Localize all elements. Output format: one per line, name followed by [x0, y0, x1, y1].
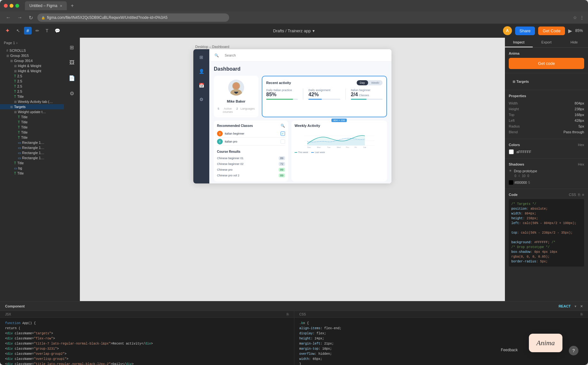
css-copy-icon[interactable]: ⎘ — [581, 312, 583, 316]
figma-breadcrumb: Drafts / Trainerz app ▾ — [273, 28, 315, 33]
get-code-topbar-button[interactable]: Get Code — [538, 27, 565, 35]
languages-label: Languages — [240, 107, 255, 113]
bar-fill — [266, 99, 293, 100]
layer-rect-2[interactable]: ▭ Rectangle 1… — [0, 145, 64, 150]
copy-code-icon[interactable]: ⎘ — [578, 193, 580, 197]
url-text: figma.com/file/IN45X2Qc5DB9CuBLReqwxW/Un… — [47, 15, 167, 20]
layer-label: Title — [17, 171, 24, 175]
browser-tab[interactable]: Untitled – Figma ✕ — [25, 1, 67, 10]
layer-title-2[interactable]: T Title — [0, 114, 64, 120]
layer-t25-2[interactable]: T 2.5 — [0, 79, 64, 84]
jsx-copy-icon[interactable]: ⎘ — [287, 312, 289, 316]
expand-code-icon[interactable]: ≡ — [582, 193, 584, 197]
component-tab[interactable]: Component — [5, 304, 25, 308]
export-tab[interactable]: Export — [533, 38, 561, 47]
get-code-button[interactable]: Get code — [509, 58, 584, 69]
group-icon: ⊞ — [10, 59, 13, 63]
share-button[interactable]: Share — [515, 27, 535, 35]
chart-legend: This week Last week — [295, 151, 384, 153]
layer-title-5[interactable]: T Title — [0, 130, 64, 135]
settings-icon[interactable]: ⋮ — [580, 15, 584, 20]
activity-card-header: Recent activity Day Week! — [266, 80, 383, 85]
metric-italian-practice: Daily Italian practice 85% — [266, 89, 298, 100]
assets-tool[interactable]: 🖼 — [66, 57, 78, 68]
layer-rect-3[interactable]: ▭ Rectangle 1… — [0, 150, 64, 155]
forward-button[interactable]: → — [15, 14, 24, 21]
minimize-traffic-light[interactable] — [10, 4, 13, 8]
layer-hight-weight-1[interactable]: ⊞ Hight & Weight — [0, 63, 64, 68]
code-line: top: calc(50% - 238px/2 - 35px); — [511, 230, 582, 235]
layer-t25-4[interactable]: T 2.5 — [0, 89, 64, 94]
layer-tree: # SCROLLS ⊞ Group 3915 ⊞ Group 3914 ⊞ Hi… — [0, 48, 64, 176]
legend-this-week: This week — [295, 151, 308, 153]
tool-frame[interactable]: # — [24, 27, 32, 35]
pages-tool[interactable]: 📄 — [66, 72, 78, 84]
nav-home-icon[interactable]: ⊞ — [197, 52, 206, 62]
close-bottom-button[interactable]: × — [580, 304, 583, 309]
close-traffic-light[interactable] — [4, 4, 8, 8]
layer-t25-3[interactable]: T 2.5 — [0, 84, 64, 89]
layer-title-8[interactable]: T Title — [0, 171, 64, 176]
toggle-day-btn[interactable]: Day — [357, 80, 368, 85]
class-checkbox[interactable] — [281, 139, 285, 144]
inspect-tab[interactable]: Inspect — [505, 38, 533, 47]
layer-t25-1[interactable]: T 2.5 — [0, 74, 64, 79]
colors-section: Colors Hex aFFFFFF — [505, 139, 588, 159]
refresh-button[interactable]: ↻ — [27, 14, 35, 21]
code-section: Code CSS ⎘ ≡ /* Targets */ position: abs… — [505, 189, 588, 270]
figma-tools-sidebar: ⊞ 🖼 📄 ⚙ — [64, 38, 80, 301]
url-bar[interactable]: 🔒 figma.com/file/IN45X2Qc5DB9CuBLReqwxW/… — [37, 13, 229, 22]
help-button[interactable]: ? — [569, 346, 578, 355]
settings-tool[interactable]: ⚙ — [66, 88, 78, 99]
layer-weight-update[interactable]: ⊞ Weight update t… — [0, 109, 64, 114]
layer-group3915[interactable]: ⊞ Group 3915 — [0, 53, 64, 58]
class-checkbox[interactable]: ✓ — [281, 131, 285, 136]
toggle-week-btn[interactable]: Week! — [368, 80, 383, 85]
tool-move[interactable]: ↖ — [14, 27, 23, 35]
hide-tab[interactable]: Hide — [560, 38, 588, 47]
course-item: Chinese beginner 02 72 — [217, 161, 285, 167]
layer-scrolls[interactable]: # SCROLLS — [0, 48, 64, 53]
play-button[interactable]: ▶ — [568, 28, 572, 34]
svg-text:Wed: Wed — [337, 146, 340, 148]
nav-settings-icon[interactable]: ⚙ — [197, 95, 206, 104]
maximize-traffic-light[interactable] — [15, 4, 19, 8]
code-line: overflow: hidden; — [299, 352, 583, 357]
code-line: left: calc(50% - 804px/2 + 199px); — [511, 221, 582, 226]
layer-weekly-act[interactable]: ⊞ Weekly Activity tab (… — [0, 99, 64, 104]
text-icon: T — [14, 80, 16, 83]
feedback-button[interactable]: Feedback — [501, 348, 518, 352]
tool-comment[interactable]: 💬 — [52, 27, 63, 35]
breadcrumb-chevron[interactable]: ▾ — [313, 28, 315, 33]
layer-title-3[interactable]: T Title — [0, 120, 64, 125]
layer-rect-1[interactable]: ▭ Rectangle 1… — [0, 140, 64, 145]
canvas-area[interactable]: Desktop – Dashboard ⊞ 👤 📅 ⚙ — [80, 38, 505, 301]
tab-close-icon[interactable]: ✕ — [60, 4, 62, 8]
layer-hight-weight-2[interactable]: ⊞ Hight & Weight — [0, 68, 64, 74]
bookmark-icon[interactable]: ☆ — [573, 15, 577, 20]
design-frame: ⊞ 👤 📅 ⚙ 🔍 — [193, 49, 391, 183]
layer-title-4[interactable]: T Title — [0, 125, 64, 130]
nav-profile-icon[interactable]: 👤 — [197, 66, 206, 76]
tool-text[interactable]: T — [43, 27, 51, 35]
recommended-header: Recommended Classes 🔍 — [217, 124, 285, 128]
layer-title-1[interactable]: T Title — [0, 94, 64, 99]
back-button[interactable]: ← — [4, 14, 13, 21]
layer-title-6[interactable]: T Title — [0, 135, 64, 140]
new-tab-icon[interactable]: + — [71, 3, 74, 9]
tool-pen[interactable]: ✏ — [33, 27, 42, 35]
text-icon: T — [14, 95, 16, 98]
components-tool[interactable]: ⊞ — [66, 42, 78, 53]
layer-targets[interactable]: ⊞ Targets — [0, 104, 64, 109]
code-actions: CSS ⎘ ≡ — [569, 193, 584, 197]
layer-bg[interactable]: ▭ bg — [0, 166, 64, 171]
nav-calendar-icon[interactable]: 📅 — [197, 81, 206, 90]
search-input[interactable] — [221, 52, 386, 59]
layer-group3914[interactable]: ⊞ Group 3914 — [0, 58, 64, 63]
traffic-lights — [4, 4, 19, 8]
layer-title-7[interactable]: T Title — [0, 160, 64, 166]
anima-overlay: Anima — [529, 334, 562, 352]
code-line: border-radius: 5px; — [511, 259, 582, 264]
radius-label: Radius — [509, 124, 520, 128]
layer-rect-4[interactable]: ▭ Rectangle 1… — [0, 155, 64, 160]
